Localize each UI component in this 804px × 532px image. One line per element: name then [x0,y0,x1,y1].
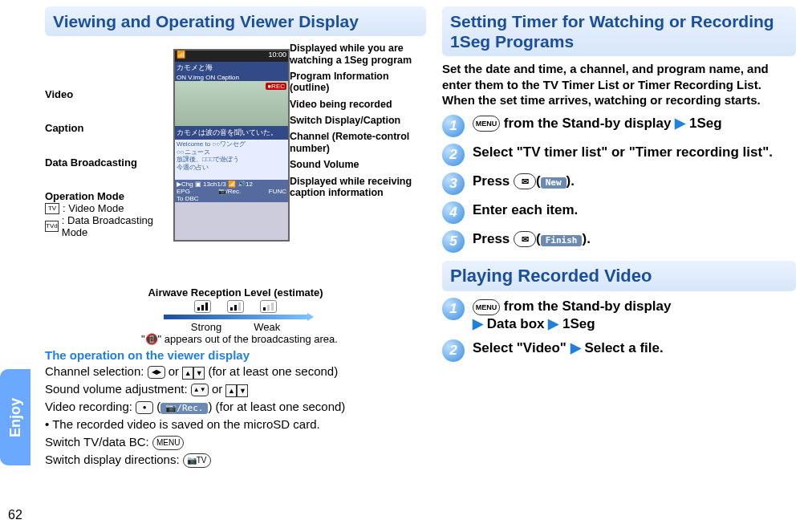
or-2: or [212,382,226,396]
callouts-left: Video Caption Data Broadcasting Operatio… [45,41,173,282]
text-switch-tv: Switch TV/data BC: [45,435,152,449]
page-number: 62 [8,508,22,522]
cam-tv-key-icon: 📷TV [183,453,211,468]
strong-weak-labels: Strong Weak [45,321,426,333]
softkey-epg: EPG [177,188,190,195]
step-number-1: 1 [442,115,465,137]
step5-prefix: Press [473,231,514,246]
step4-text: Enter each item. [473,201,578,219]
callout-video-recording: Video being recorded [290,99,426,110]
caption-text: カモメは波の音を聞いていた。 [175,126,288,140]
softkey-finish: Finish [541,235,583,246]
line-sound-volume: Sound volume adjustment: ▲▼ or ▲▼ [45,382,426,397]
softkey-new: New [541,177,566,189]
program-title: カモメと海 [175,62,288,74]
timer-intro: Set the date and time, a channel, and pr… [442,61,796,108]
signal-strong-icon [194,300,211,313]
callout-video: Video [45,89,173,100]
callout-data-broadcasting: Data Broadcasting [45,157,173,169]
status-icons: 📶 [177,51,185,62]
up-down-keys-icon: ▲▼ [182,367,205,380]
softkey-rec: 📷/Rec. [218,188,242,195]
callouts-right: Displayed while you are watching a 1Seg … [290,41,426,282]
callout-1seg-indicator: Displayed while you are watching a 1Seg … [290,43,426,66]
data-broadcasting-area: Welcome to ○○ワンセグ ○○ニュース 放課後、□□□で遊ぼう 今週の… [175,140,288,180]
arrow-right-icon: ▶ [571,340,581,355]
callout-caption: Caption [45,123,173,134]
line-switch-directions: Switch display directions: 📷TV [45,453,426,468]
signal-strength-row [45,300,426,313]
arrow-right-icon: ▶ [548,316,558,331]
video-area: ●REC [175,81,288,126]
data-mode-icon: TVd [45,221,59,232]
video-mode-icon: TV [45,203,59,214]
step-number-5: 5 [442,230,465,253]
phone-screen-mock: 📶 10:00 カモメと海 ON V.img ON Caption ●REC カ… [173,49,290,242]
play1-mid: Data box [487,316,545,331]
label-weak: Weak [254,321,280,333]
section-tab: Enjoy [0,369,30,465]
timer-step-5: 5 Press ✉(Finish). [442,230,796,253]
play2-suffix: Select a file. [584,340,663,355]
play2-prefix: Select "Video" [473,340,566,355]
text-sound-volume: Sound volume adjustment: [45,382,191,396]
play-step-1: 1 MENU from the Stand-by display ▶ Data … [442,298,796,333]
step3-suffix: . [571,173,575,189]
subheading-operation: The operation on the viewer display [45,348,426,362]
data-line-3: 放課後、□□□で遊ぼう [177,156,286,164]
text-video-recording: Video recording: [45,400,136,413]
line-save-note: • The recorded video is saved on the mic… [45,417,426,433]
step-number-2: 2 [442,144,465,166]
data-line-1: Welcome to ○○ワンセグ [177,140,286,148]
play-step-number-2: 2 [442,339,465,362]
play1-prefix: from the Stand-by display [504,298,672,314]
bottom-icons-row: ▶Chg ▣ 13ch1/3 📶 🔊12 [177,181,286,188]
status-clock: 10:00 [268,51,286,62]
data-line-4: 今週の占い [177,164,286,172]
callout-program-info: Program Information (outline) [290,71,426,94]
menu-key-icon: MENU [473,299,500,315]
step-number-4: 4 [442,201,465,224]
play1-suffix: 1Seg [562,316,595,331]
section-tab-label: Enjoy [7,398,24,437]
step1-text-prefix: from the Stand-by display [504,116,672,131]
annotated-screen-diagram: Video Caption Data Broadcasting Operatio… [45,41,426,282]
signal-weak-icon [260,300,277,313]
text-channel-selection-suffix: (for at least one second) [208,364,338,378]
step2-text: Select "TV timer list" or "Timer recordi… [473,144,773,161]
step5-suffix: . [587,231,591,246]
menu-key-icon: MENU [473,116,500,132]
dpad-horizontal-icon: ◀▶ [148,366,165,379]
softkey-to-dbc: To DBC [177,195,199,202]
left-column: Viewing and Operating Viewer Display Vid… [0,0,434,532]
arrow-right-icon: ▶ [675,116,685,131]
heading-playing-video: Playing Recorded Video [442,261,796,291]
mail-key-icon: ✉ [514,231,536,247]
data-line-2: ○○ニュース [177,148,286,156]
timer-step-4: 4 Enter each item. [442,201,796,224]
callout-sound-volume: Sound Volume [290,159,426,170]
bottom-bar: ▶Chg ▣ 13ch1/3 📶 🔊12 EPG 📷/Rec. FUNC To … [175,180,288,202]
label-strong: Strong [191,321,221,333]
callout-channel: Channel (Remote-control number) [290,131,426,154]
step3-prefix: Press [473,173,514,189]
rec-indicator: ●REC [266,83,286,90]
menu-key-icon: MENU [152,436,184,450]
softkey-rec-label: 📷/Rec. [160,403,208,414]
step-number-3: 3 [442,173,465,195]
heading-timer: Setting Timer for Watching or Recording … [442,6,796,56]
or-1: or [169,364,183,378]
out-of-area-note: "📵" appears out of the broadcasting area… [45,333,426,345]
arrow-right-icon: ▶ [473,316,483,331]
video-mode-label: : Video Mode [63,202,124,214]
callout-switch-display: Switch Display/Caption [290,115,426,126]
line-channel-selection: Channel selection: ◀▶ or ▲▼ (for at leas… [45,364,426,380]
dpad-vertical-icon: ▲▼ [191,384,209,396]
play-step-2: 2 Select "Video" ▶ Select a file. [442,339,796,362]
airwave-title: Airwave Reception Level (estimate) [45,286,426,298]
callout-caption-info: Displayed while receiving caption inform… [290,176,426,199]
mail-key-icon: ✉ [514,173,536,189]
signal-mid-icon [227,300,244,313]
play-step-number-1: 1 [442,298,465,320]
data-mode-label: : Data Broadcasting Mode [62,214,173,238]
